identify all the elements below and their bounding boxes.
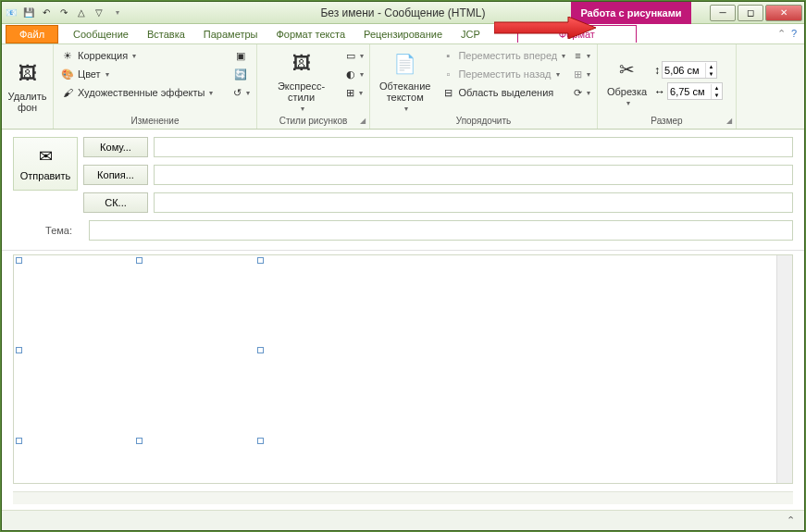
size-launcher-icon[interactable]: ◢	[726, 117, 732, 125]
width-icon: ↔	[654, 85, 665, 98]
send-backward-icon: ▫	[440, 67, 455, 81]
help-icon[interactable]: ?	[791, 28, 797, 40]
border-icon: ▭	[346, 48, 355, 63]
resize-handle-br[interactable]	[257, 438, 264, 444]
width-input[interactable]: ▲▼	[667, 82, 723, 100]
bcc-input[interactable]	[154, 192, 793, 213]
quick-access-toolbar: 📧 💾 ↶ ↷ △ ▽	[4, 6, 124, 20]
compress-pictures-button[interactable]: ▣	[230, 46, 253, 65]
resize-handle-tr[interactable]	[257, 257, 264, 264]
maximize-button[interactable]: ◻	[738, 5, 763, 21]
selection-pane-button[interactable]: ⊟Область выделения	[438, 83, 569, 102]
window-title: Без имени - Сообщение (HTML)	[320, 6, 485, 19]
tab-insert[interactable]: Вставка	[138, 26, 194, 43]
align-icon: ≡	[574, 48, 582, 63]
resize-handle-ml[interactable]	[16, 347, 22, 353]
next-icon[interactable]: ▽	[92, 6, 106, 20]
palette-icon: 🎨	[60, 67, 75, 81]
tab-options[interactable]: Параметры	[194, 26, 267, 43]
to-button[interactable]: Кому...	[83, 137, 148, 157]
styles-launcher-icon[interactable]: ◢	[360, 117, 366, 125]
wrap-text-button[interactable]: 📄 Обтекание текстом	[374, 46, 436, 115]
send-backward-button: ▫Переместить назад	[438, 65, 569, 83]
redo-icon[interactable]: ↷	[56, 6, 71, 20]
app-icon: 📧	[4, 6, 19, 20]
prev-icon[interactable]: △	[74, 6, 89, 20]
group-icon: ⊞	[574, 67, 582, 81]
group-arrange-label: Упорядочить	[456, 116, 512, 126]
remove-bg-icon: 🖼	[13, 59, 43, 89]
tab-file[interactable]: Файл	[6, 25, 58, 43]
change-pic-icon: 🔄	[233, 67, 248, 81]
cc-input[interactable]	[154, 165, 793, 185]
corrections-button[interactable]: ☀Коррекция	[57, 46, 229, 65]
align-button[interactable]: ≡	[571, 46, 593, 65]
titlebar: 📧 💾 ↶ ↷ △ ▽ Без имени - Сообщение (HTML)…	[2, 2, 804, 24]
resize-handle-tl[interactable]	[16, 257, 22, 264]
brush-icon: 🖌	[60, 85, 75, 100]
subject-label: Тема:	[13, 225, 78, 236]
status-bar: ⌃	[2, 510, 804, 530]
remove-background-button[interactable]: 🖼 Удалить фон	[6, 46, 49, 125]
bcc-button[interactable]: СК...	[83, 192, 148, 213]
cc-button[interactable]: Копия...	[83, 165, 148, 185]
resize-handle-mr[interactable]	[257, 347, 264, 353]
scrollbar[interactable]	[776, 255, 792, 483]
reset-picture-button[interactable]: ↺	[230, 83, 253, 102]
compress-icon: ▣	[233, 48, 248, 63]
compose-header: ✉ Отправить Кому... Копия... СК... Тема:	[2, 130, 804, 251]
group-adjust-label: Изменение	[131, 116, 180, 126]
resize-handle-bl[interactable]	[16, 438, 22, 444]
tab-review[interactable]: Рецензирование	[354, 26, 452, 43]
group-button: ⊞	[571, 65, 593, 83]
tab-format[interactable]: Формат	[517, 25, 637, 43]
subject-input[interactable]	[89, 220, 793, 241]
change-picture-button[interactable]: 🔄	[230, 65, 253, 83]
sun-icon: ☀	[60, 48, 75, 63]
minimize-button[interactable]: ─	[710, 5, 736, 21]
resize-handle-tm[interactable]	[136, 257, 143, 264]
expand-icon[interactable]: ⌃	[787, 514, 795, 526]
attachment-bar	[13, 491, 793, 504]
height-icon: ↕	[654, 64, 660, 77]
rotate-button[interactable]: ⟳	[571, 83, 593, 102]
compose-area: ✉ Отправить Кому... Копия... СК... Тема:	[2, 130, 804, 510]
artistic-effects-button[interactable]: 🖌Художественные эффекты	[57, 83, 229, 102]
effects-icon: ◐	[346, 67, 355, 81]
envelope-icon: ✉	[39, 146, 53, 167]
rotate-icon: ⟳	[574, 85, 582, 100]
tab-message[interactable]: Сообщение	[64, 26, 138, 43]
tab-format-text[interactable]: Формат текста	[267, 26, 354, 43]
selection-pane-icon: ⊟	[440, 85, 455, 100]
ribbon-tabs: Файл Сообщение Вставка Параметры Формат …	[2, 24, 804, 44]
wrap-text-icon: 📄	[391, 49, 420, 79]
to-input[interactable]	[154, 137, 793, 157]
qat-customize-icon[interactable]	[109, 6, 124, 20]
picture-layout-button[interactable]: ⊞	[343, 83, 366, 102]
app-window: 📧 💾 ↶ ↷ △ ▽ Без имени - Сообщение (HTML)…	[1, 1, 805, 531]
send-button[interactable]: ✉ Отправить	[13, 137, 78, 191]
context-tab-group: Работа с рисунками	[571, 2, 691, 24]
crop-button[interactable]: ✂ Обрезка	[601, 46, 652, 115]
height-input[interactable]: ▲▼	[662, 61, 717, 79]
ribbon: 🖼 Удалить фон ☀Коррекция 🎨Цвет 🖌Художест…	[2, 44, 804, 130]
group-styles-label: Стили рисунков	[279, 116, 348, 126]
close-button[interactable]: ✕	[765, 5, 802, 21]
picture-styles-button[interactable]: 🖼 Экспресс-стили	[261, 46, 341, 115]
message-body[interactable]	[13, 254, 793, 484]
reset-icon: ↺	[233, 85, 242, 100]
tab-jcp[interactable]: JCP	[452, 26, 490, 43]
save-icon[interactable]: 💾	[21, 6, 36, 20]
resize-handle-bm[interactable]	[136, 438, 143, 444]
group-size-label: Размер	[651, 116, 682, 126]
collapse-ribbon-icon[interactable]: ⌃	[777, 28, 786, 40]
picture-effects-button[interactable]: ◐	[343, 65, 366, 83]
picture-border-button[interactable]: ▭	[343, 46, 366, 65]
color-button[interactable]: 🎨Цвет	[57, 65, 229, 83]
crop-icon: ✂	[613, 55, 642, 84]
bring-forward-icon: ▪	[440, 48, 455, 63]
window-controls: ─ ◻ ✕	[710, 5, 802, 21]
bring-forward-button: ▪Переместить вперед	[438, 46, 569, 65]
selected-image[interactable]	[19, 261, 260, 440]
undo-icon[interactable]: ↶	[39, 6, 54, 20]
